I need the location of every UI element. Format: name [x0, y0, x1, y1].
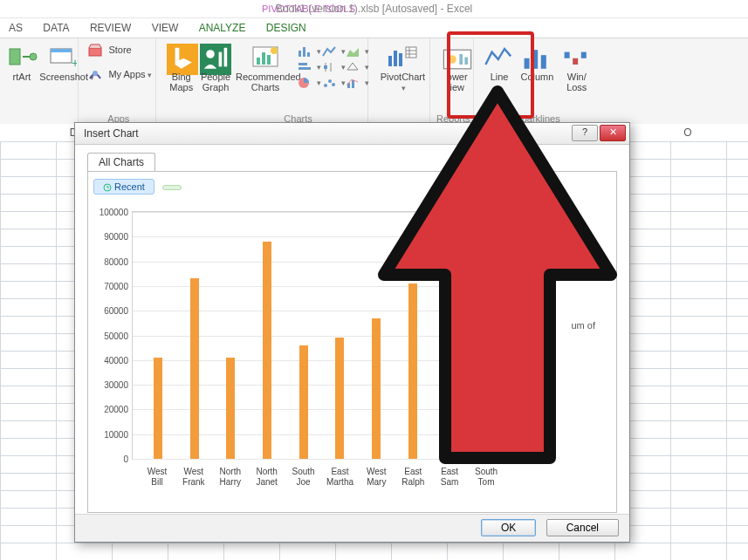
- y-tick: 10000: [104, 429, 128, 439]
- dialog-title: Insert Chart: [84, 127, 139, 140]
- svg-point-1: [30, 53, 37, 60]
- svg-rect-43: [525, 58, 530, 69]
- svg-rect-32: [388, 56, 392, 66]
- store-button[interactable]: Store: [88, 42, 148, 59]
- tab-review[interactable]: REVIEW: [81, 18, 140, 38]
- recommended-charts-icon: [250, 44, 281, 70]
- myapps-icon: [88, 68, 102, 82]
- x-label: NorthJanet: [250, 467, 285, 488]
- bar: [444, 266, 453, 459]
- sparkline-column-icon: [521, 44, 552, 70]
- sparkline-line-button[interactable]: Line: [484, 42, 515, 82]
- svg-text:+: +: [72, 56, 77, 70]
- bing-label: Bing Maps: [169, 72, 193, 92]
- svg-rect-34: [399, 53, 402, 66]
- column-chart-dropdown[interactable]: ▾: [298, 44, 319, 59]
- dialog-titlebar[interactable]: Insert Chart ? ✕: [75, 123, 629, 145]
- sparkline-winloss-button[interactable]: Win/ Loss: [559, 42, 594, 92]
- svg-rect-48: [581, 52, 587, 58]
- combo-chart-dropdown[interactable]: ▾: [346, 75, 367, 91]
- svg-rect-18: [303, 47, 305, 57]
- svg-rect-41: [459, 54, 463, 65]
- x-label: EastRalph: [395, 467, 430, 488]
- power-view-icon: [442, 44, 473, 70]
- tab-view[interactable]: VIEW: [143, 18, 188, 38]
- x-label: WestBill: [140, 467, 175, 488]
- window-title: Book1 (version 1).xlsb [Autosaved] - Exc…: [276, 0, 472, 17]
- svg-rect-20: [299, 63, 307, 65]
- bar: [299, 345, 308, 459]
- svg-point-9: [206, 50, 215, 58]
- people-graph-button[interactable]: People Graph: [199, 42, 232, 92]
- screenshot-button[interactable]: + Screenshot▾: [39, 42, 83, 82]
- smartart-button[interactable]: rtArt: [7, 42, 37, 82]
- x-axis-labels: WestBillWestFrankNorthHarryNorthJanetSou…: [139, 467, 504, 502]
- svg-rect-45: [541, 55, 546, 69]
- insert-chart-dialog: Insert Chart ? ✕ All Charts Recent 01000…: [74, 122, 630, 543]
- y-tick: 80000: [104, 256, 128, 266]
- sparkline-column-button[interactable]: Column: [518, 42, 556, 82]
- x-label: EastSam: [432, 467, 467, 488]
- svg-rect-13: [257, 58, 260, 65]
- tab-design[interactable]: DESIGN: [257, 18, 315, 38]
- bar: [226, 358, 235, 459]
- bing-maps-button[interactable]: Bing Maps: [167, 42, 196, 92]
- power-view-label: ower iew: [447, 72, 468, 92]
- tab-analyze[interactable]: ANALYZE: [190, 18, 255, 38]
- sparkline-line-icon: [484, 44, 515, 70]
- radar-chart-dropdown[interactable]: ▾: [346, 59, 367, 75]
- svg-point-6: [93, 71, 98, 76]
- bing-icon: [167, 44, 198, 70]
- chevron-down-icon: ▾: [401, 84, 406, 92]
- recent-icon: [103, 183, 112, 192]
- svg-rect-33: [394, 51, 397, 66]
- x-label: NorthHarry: [213, 467, 248, 488]
- pivotchart-icon: [387, 44, 418, 70]
- dialog-close-button[interactable]: ✕: [600, 125, 626, 141]
- tab-formulas-partial[interactable]: AS: [0, 18, 31, 38]
- pivotchart-button[interactable]: PivotChart▾: [378, 42, 427, 92]
- bar: [190, 278, 199, 459]
- svg-rect-5: [89, 48, 101, 56]
- col-header-O[interactable]: O: [660, 124, 716, 141]
- my-apps-label: My Apps: [108, 69, 145, 79]
- pie-chart-dropdown[interactable]: ▾: [298, 75, 319, 91]
- svg-rect-15: [267, 55, 271, 65]
- chart-bars: [140, 212, 504, 459]
- pivotchart-label: PivotChart: [381, 72, 425, 82]
- dialog-footer: OK Cancel: [75, 514, 629, 542]
- svg-rect-35: [406, 47, 416, 58]
- power-view-button[interactable]: ower iew: [441, 42, 474, 92]
- bar: [263, 242, 271, 459]
- tab-data[interactable]: DATA: [34, 18, 78, 38]
- store-label: Store: [108, 44, 131, 55]
- chart-preview-panel: Recent 010000200003000040000500006000070…: [87, 171, 617, 513]
- area-chart-dropdown[interactable]: ▾: [346, 44, 367, 59]
- svg-point-40: [448, 55, 456, 64]
- bar: [481, 286, 490, 459]
- bar-chart-dropdown[interactable]: ▾: [298, 59, 319, 75]
- stock-chart-dropdown[interactable]: ▾: [322, 59, 343, 75]
- chart-category-recent[interactable]: Recent: [93, 179, 154, 195]
- ok-button[interactable]: OK: [481, 519, 536, 536]
- svg-rect-44: [533, 50, 539, 69]
- line-chart-dropdown[interactable]: ▾: [322, 44, 343, 59]
- recommended-charts-button[interactable]: Recommended Charts: [236, 42, 295, 92]
- my-apps-button[interactable]: My Apps▾: [88, 66, 148, 84]
- screenshot-icon: +: [45, 44, 77, 70]
- dialog-help-button[interactable]: ?: [572, 125, 598, 141]
- bar: [408, 283, 417, 459]
- x-label: SouthJoe: [286, 467, 321, 488]
- chart-category-templates[interactable]: [162, 185, 182, 190]
- svg-point-16: [271, 47, 278, 54]
- people-label: People Graph: [201, 72, 230, 92]
- tab-all-charts[interactable]: All Charts: [87, 153, 155, 172]
- svg-rect-21: [299, 67, 311, 70]
- bar: [154, 358, 162, 459]
- scatter-chart-dropdown[interactable]: ▾: [322, 75, 343, 91]
- y-tick: 40000: [104, 355, 128, 365]
- cancel-button[interactable]: Cancel: [546, 519, 619, 536]
- svg-rect-19: [307, 52, 310, 57]
- chevron-down-icon: ▾: [148, 71, 152, 79]
- svg-rect-3: [51, 49, 72, 52]
